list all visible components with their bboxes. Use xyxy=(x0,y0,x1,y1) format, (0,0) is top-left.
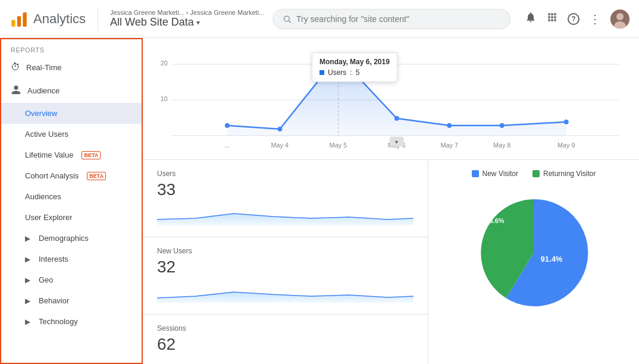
stats-left: Users 33 New Users 32 xyxy=(143,160,428,364)
search-bar[interactable] xyxy=(272,9,510,29)
site-selector[interactable]: All Web Site Data ▾ xyxy=(110,16,264,29)
search-icon xyxy=(283,14,292,24)
tooltip-date: Monday, May 6, 2019 xyxy=(320,58,390,66)
main-content: 20 10 xyxy=(143,38,639,364)
pie-chart-wrapper: 91.4% 8.6% xyxy=(468,187,599,320)
sidebar-item-cohort-analysis[interactable]: Cohort Analysis BETA xyxy=(1,165,142,186)
apps-icon[interactable] xyxy=(546,11,558,26)
pie-legend: New Visitor Returning Visitor xyxy=(472,170,596,178)
svg-line-4 xyxy=(289,20,290,22)
sidebar-item-interests[interactable]: ▶ Interests xyxy=(1,249,142,269)
stat-new-users-label: New Users xyxy=(157,247,414,255)
logo[interactable]: Analytics xyxy=(10,10,86,29)
sidebar: REPORTS ⏱ Real-Time Audience Overview Ac… xyxy=(0,38,143,364)
sidebar-item-lifetime-value-label: Lifetime Value xyxy=(25,150,73,159)
header-divider xyxy=(98,7,98,31)
tooltip-dot xyxy=(320,70,324,75)
svg-text:▾: ▾ xyxy=(395,139,398,145)
beta-badge-cohort: BETA xyxy=(87,172,106,180)
breadcrumb: Jessica Greene Marketi... › Jessica Gree… xyxy=(110,9,264,16)
svg-point-19 xyxy=(500,123,505,128)
person-icon xyxy=(11,84,21,97)
sidebar-item-geo[interactable]: ▶ Geo xyxy=(1,269,142,290)
sidebar-item-behavior[interactable]: ▶ Behavior xyxy=(1,290,142,311)
sidebar-item-audiences[interactable]: Audiences xyxy=(1,186,142,207)
stats-grid: Users 33 New Users 32 xyxy=(143,160,639,364)
stat-sessions-label: Sessions xyxy=(157,324,414,332)
svg-text:May 4: May 4 xyxy=(271,142,289,149)
app-body: REPORTS ⏱ Real-Time Audience Overview Ac… xyxy=(0,38,639,364)
chevron-interests-icon: ▶ xyxy=(25,255,30,263)
sidebar-item-demographics[interactable]: ▶ Demographics xyxy=(1,228,142,249)
breadcrumb-area: Jessica Greene Marketi... › Jessica Gree… xyxy=(110,9,264,29)
stat-users-label: Users xyxy=(157,170,414,178)
sidebar-item-technology-label: Technology xyxy=(39,317,78,326)
sidebar-item-active-users-label: Active Users xyxy=(25,130,68,139)
svg-marker-31 xyxy=(157,214,414,225)
svg-rect-2 xyxy=(23,12,26,26)
beta-badge-lifetime: BETA xyxy=(82,151,101,159)
help-icon[interactable]: ? xyxy=(568,13,580,25)
stat-users-value: 33 xyxy=(157,180,414,199)
stat-users: Users 33 xyxy=(143,160,428,237)
logo-text: Analytics xyxy=(33,11,86,27)
sidebar-item-technology[interactable]: ▶ Technology xyxy=(1,311,142,332)
sidebar-item-audience-label: Audience xyxy=(27,86,59,95)
pie-label-new: 91.4% xyxy=(541,255,563,263)
sparkline-sessions xyxy=(157,356,414,364)
svg-text:10: 10 xyxy=(161,95,168,102)
sidebar-item-overview[interactable]: Overview xyxy=(1,103,142,124)
svg-text:May 8: May 8 xyxy=(493,142,510,149)
pie-label-returning: 8.6% xyxy=(489,217,504,224)
sidebar-item-audience[interactable]: Audience xyxy=(1,79,142,103)
chevron-behavior-icon: ▶ xyxy=(25,297,30,305)
search-input[interactable] xyxy=(296,14,500,24)
sidebar-item-realtime[interactable]: ⏱ Real-Time xyxy=(1,56,142,79)
logo-icon xyxy=(10,10,29,29)
svg-text:May 9: May 9 xyxy=(557,142,575,149)
line-chart: 20 10 xyxy=(157,48,625,155)
svg-point-6 xyxy=(616,13,624,20)
legend-returning-visitor-label: Returning Visitor xyxy=(543,170,596,178)
pie-chart-svg: 91.4% 8.6% xyxy=(468,187,599,318)
svg-point-20 xyxy=(564,120,569,124)
svg-rect-1 xyxy=(17,16,21,27)
tooltip-value: Users: 5 xyxy=(320,68,390,77)
sidebar-item-overview-label: Overview xyxy=(25,109,57,118)
svg-point-14 xyxy=(225,123,230,128)
site-dropdown-icon[interactable]: ▾ xyxy=(196,18,200,27)
sidebar-item-cohort-label: Cohort Analysis xyxy=(25,171,79,180)
sidebar-item-interests-label: Interests xyxy=(39,255,68,263)
sidebar-item-user-explorer[interactable]: User Explorer xyxy=(1,207,142,228)
svg-text:...: ... xyxy=(224,142,230,149)
sidebar-item-lifetime-value[interactable]: Lifetime Value BETA xyxy=(1,145,142,165)
stat-new-users: New Users 32 xyxy=(143,237,428,315)
pie-area: New Visitor Returning Visitor xyxy=(428,160,639,364)
sidebar-item-user-explorer-label: User Explorer xyxy=(25,213,72,222)
sidebar-item-geo-label: Geo xyxy=(39,275,54,284)
clock-icon: ⏱ xyxy=(11,62,20,73)
svg-text:May 5: May 5 xyxy=(330,142,347,149)
chevron-technology-icon: ▶ xyxy=(25,318,30,326)
app-header: Analytics Jessica Greene Marketi... › Je… xyxy=(0,0,639,38)
svg-text:May 7: May 7 xyxy=(441,142,458,149)
svg-marker-32 xyxy=(157,292,414,303)
svg-text:20: 20 xyxy=(161,59,168,67)
legend-new-visitor-label: New Visitor xyxy=(483,170,518,178)
sidebar-item-demographics-label: Demographics xyxy=(39,234,89,243)
more-icon[interactable]: ⋮ xyxy=(589,12,601,26)
chart-tooltip: Monday, May 6, 2019 Users: 5 xyxy=(312,52,397,82)
notification-icon[interactable] xyxy=(525,11,537,26)
line-chart-area: 20 10 xyxy=(143,38,639,160)
tooltip-number: 5 xyxy=(356,68,360,77)
stat-sessions-value: 62 xyxy=(157,335,414,354)
sidebar-item-active-users[interactable]: Active Users xyxy=(1,124,142,145)
avatar[interactable] xyxy=(610,10,629,29)
chevron-geo-icon: ▶ xyxy=(25,276,30,284)
legend-dot-returning xyxy=(532,170,540,177)
header-icons: ? ⋮ xyxy=(525,10,629,29)
sparkline-users xyxy=(157,202,414,225)
reports-label: REPORTS xyxy=(1,39,142,56)
sidebar-item-audiences-label: Audiences xyxy=(25,192,61,201)
svg-rect-0 xyxy=(11,20,15,26)
